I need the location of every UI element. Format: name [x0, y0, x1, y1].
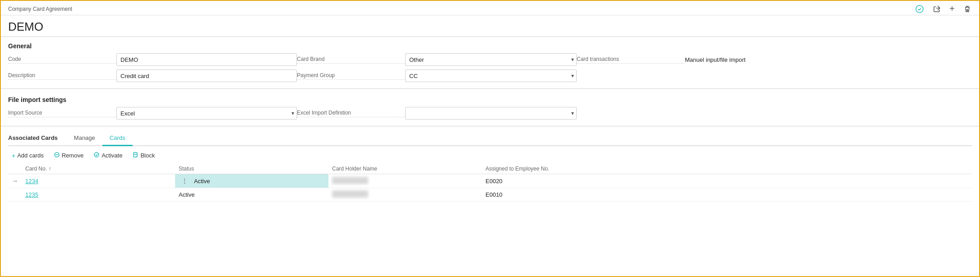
card-transactions-value: Manuel input/file import: [685, 55, 972, 65]
import-source-label: Import Source: [8, 110, 116, 117]
row2-employee-cell: E0010: [482, 188, 972, 202]
table-row: → 1234 ⋮ Active E0020: [8, 174, 972, 188]
code-label: Code: [8, 56, 116, 64]
table-row: 1235 Active E0010: [8, 188, 972, 202]
row1-status-cell: ⋮ Active: [175, 174, 328, 188]
cards-table: Card No. ↑ Status Card Holder Name Assig…: [8, 164, 972, 202]
row1-employee-no: E0020: [485, 178, 503, 185]
payment-group-label: Payment Group: [297, 72, 405, 80]
block-button[interactable]: Block: [129, 150, 158, 161]
row1-arrow-cell: →: [8, 174, 22, 188]
add-cards-label: Add cards: [17, 152, 44, 159]
col-status-label: Status: [179, 166, 194, 172]
card-brand-select[interactable]: Other Visa Mastercard Amex: [405, 53, 577, 66]
import-source-select-wrapper: Excel CSV XML ▾: [116, 107, 297, 120]
cards-table-wrapper: Card No. ↑ Status Card Holder Name Assig…: [1, 164, 979, 202]
top-bar: Company Card Agreement +: [1, 1, 979, 15]
svg-point-3: [94, 152, 99, 157]
svg-point-0: [916, 5, 923, 13]
activate-button[interactable]: Activate: [90, 150, 126, 161]
tab-manage[interactable]: Manage: [67, 133, 102, 146]
description-input[interactable]: [116, 69, 297, 82]
row2-arrow-cell: [8, 188, 22, 202]
general-divider: [1, 88, 979, 89]
code-input[interactable]: [116, 53, 297, 66]
general-form: Code Card Brand Other Visa Mastercard Am…: [1, 53, 979, 87]
block-icon: [132, 152, 139, 159]
add-cards-icon: +: [12, 152, 15, 159]
row1-arrow-icon: →: [12, 177, 18, 185]
card-brand-label: Card Brand: [297, 56, 405, 64]
col-holder-label: Card Holder Name: [332, 166, 377, 172]
tabs-row: Associated Cards Manage Cards: [8, 133, 972, 146]
excel-import-select[interactable]: [405, 107, 577, 120]
remove-label: Remove: [62, 152, 83, 159]
excel-import-label: Excel Import Definition: [297, 110, 405, 117]
table-header-row: Card No. ↑ Status Card Holder Name Assig…: [8, 164, 972, 174]
col-arrow: [8, 164, 22, 174]
row1-holder-cell: [328, 174, 482, 188]
block-label: Block: [140, 152, 155, 159]
associated-cards-label: Associated Cards: [8, 134, 67, 144]
activate-label: Activate: [102, 152, 122, 159]
general-section-title: General: [1, 37, 979, 53]
row1-employee-cell: E0020: [482, 174, 972, 188]
tab-cards[interactable]: Cards: [102, 133, 133, 146]
col-assigned-header[interactable]: Assigned to Employee No.: [482, 164, 972, 174]
row1-card-no-cell: 1234: [22, 174, 175, 188]
col-assigned-label: Assigned to Employee No.: [485, 166, 549, 172]
file-import-section-title: File import settings: [1, 91, 979, 107]
card-transactions-label: Card transactions: [577, 56, 685, 64]
col-card-no-header[interactable]: Card No. ↑: [22, 164, 175, 174]
file-import-divider: [1, 126, 979, 126]
window-title: Company Card Agreement: [8, 6, 72, 12]
col-holder-header[interactable]: Card Holder Name: [328, 164, 482, 174]
row2-card-no-cell: 1235: [22, 188, 175, 202]
row2-holder-name: [332, 190, 368, 198]
svg-rect-4: [134, 152, 137, 157]
card-brand-select-wrapper: Other Visa Mastercard Amex ▾: [405, 53, 577, 66]
row1-holder-name: [332, 177, 368, 184]
add-cards-button[interactable]: + Add cards: [8, 150, 47, 161]
row1-status: Active: [194, 178, 210, 185]
row1-context-menu-icon[interactable]: ⋮: [179, 176, 190, 185]
page-title: DEMO: [1, 15, 979, 37]
import-source-select[interactable]: Excel CSV XML: [116, 107, 297, 120]
remove-icon: [54, 152, 60, 159]
add-icon[interactable]: +: [949, 4, 955, 14]
activate-icon: [93, 152, 100, 159]
delete-icon[interactable]: [963, 5, 972, 14]
col-card-no-label: Card No. ↑: [25, 166, 51, 172]
row2-status-cell: Active: [175, 188, 328, 202]
share-icon[interactable]: [932, 5, 941, 14]
row2-employee-no: E0010: [485, 191, 503, 198]
col-status-header[interactable]: Status: [175, 164, 328, 174]
row2-holder-cell: [328, 188, 482, 202]
row2-status: Active: [179, 191, 194, 198]
row1-card-no[interactable]: 1234: [25, 178, 38, 185]
action-bar: + Add cards Remove Activate Block: [1, 146, 979, 164]
row2-card-no[interactable]: 1235: [25, 191, 38, 198]
payment-group-select-wrapper: CC DD TF ▾: [405, 69, 577, 82]
description-label: Description: [8, 72, 116, 80]
excel-import-select-wrapper: ▾: [405, 107, 577, 120]
payment-group-select[interactable]: CC DD TF: [405, 69, 577, 82]
associated-cards-section: Associated Cards Manage Cards: [1, 128, 979, 146]
edit-icon[interactable]: [915, 5, 924, 14]
file-import-form: Import Source Excel CSV XML ▾ Excel Impo…: [1, 107, 979, 124]
remove-button[interactable]: Remove: [50, 150, 87, 161]
toolbar-icons: +: [915, 4, 972, 14]
